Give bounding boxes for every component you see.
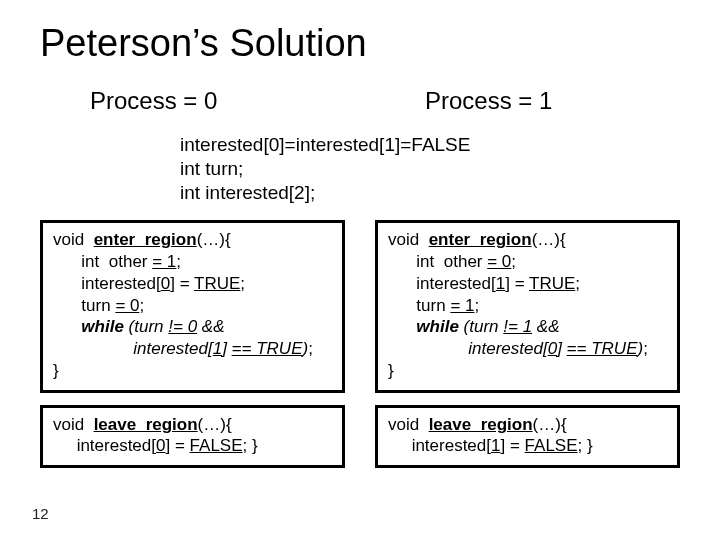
process-1-column: void enter_region(…){ int other = 0; int… [375, 220, 680, 480]
enter-region-box-1: void enter_region(…){ int other = 0; int… [375, 220, 680, 392]
enter-region-code-1: void enter_region(…){ int other = 0; int… [388, 229, 667, 381]
leave-region-code-0: void leave_region(…){ interested[0] = FA… [53, 414, 332, 458]
slide: Peterson’s Solution Process = 0 Process … [0, 0, 720, 540]
process-0-header: Process = 0 [90, 87, 345, 115]
page-number: 12 [32, 505, 49, 522]
header-row: Process = 0 Process = 1 [40, 87, 680, 127]
shared-line-3: int interested[2]; [180, 181, 680, 205]
process-1-header: Process = 1 [425, 87, 680, 115]
enter-region-code-0: void enter_region(…){ int other = 1; int… [53, 229, 332, 381]
leave-region-box-0: void leave_region(…){ interested[0] = FA… [40, 405, 345, 469]
leave-region-code-1: void leave_region(…){ interested[1] = FA… [388, 414, 667, 458]
leave-region-box-1: void leave_region(…){ interested[1] = FA… [375, 405, 680, 469]
process-0-column: void enter_region(…){ int other = 1; int… [40, 220, 345, 480]
shared-declarations: interested[0]=interested[1]=FALSE int tu… [180, 133, 680, 204]
shared-line-1: interested[0]=interested[1]=FALSE [180, 133, 680, 157]
shared-line-2: int turn; [180, 157, 680, 181]
enter-region-box-0: void enter_region(…){ int other = 1; int… [40, 220, 345, 392]
slide-title: Peterson’s Solution [40, 22, 680, 65]
code-columns: void enter_region(…){ int other = 1; int… [40, 220, 680, 480]
